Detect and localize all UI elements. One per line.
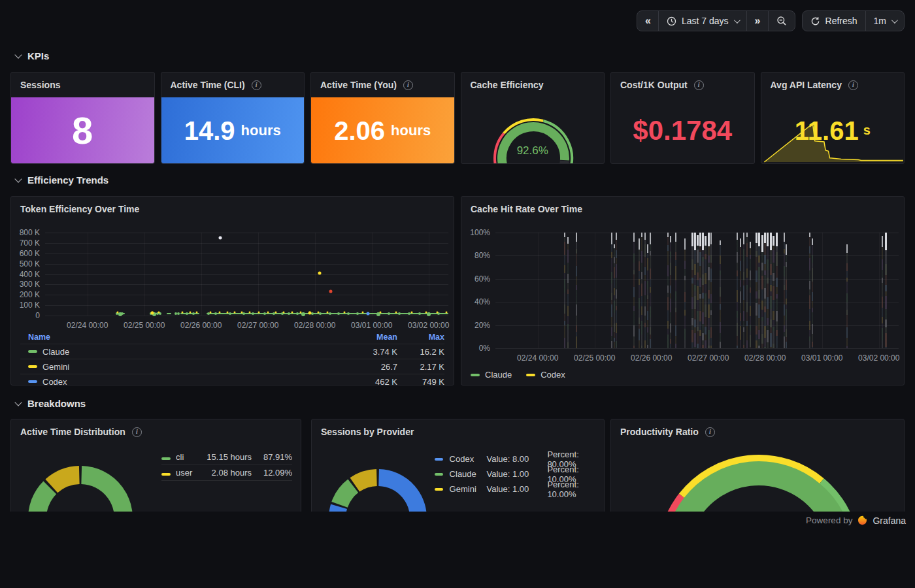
time-shift-forward-button[interactable]: » [746,11,768,31]
cache-hit-bar [776,233,778,348]
zoom-out-button[interactable] [768,11,795,31]
panel-title[interactable]: Token Efficiency Over Time [20,204,139,214]
donut-segment-Gemini [355,478,377,485]
section-header-breakdowns[interactable]: Breakdowns [16,398,86,409]
y-axis-tick-label: 40% [461,297,490,306]
plot-area [45,233,448,316]
grafana-brand-label[interactable]: Grafana [873,515,906,526]
panel-productivity-ratio: Productivity Ratio i [610,419,905,512]
stat-body: 14.9 hours [161,97,305,163]
cache-hit-bar [767,233,769,348]
legend-series-label[interactable]: Claude [471,370,512,380]
latency-value: 11.61 [795,118,859,144]
gemini-point [150,312,154,315]
x-axis-tick-label: 02/25 00:00 [574,353,615,363]
gemini-point [218,312,220,314]
donut-segment-Claude [340,486,354,504]
claude-point [214,312,217,315]
legend-series-name[interactable]: Gemini [42,362,69,372]
y-axis-tick-label: 700 K [11,238,40,248]
panel-title[interactable]: Active Time (You) [320,80,397,90]
legend-swatch-icon [526,374,535,376]
time-shift-back-button[interactable]: « [637,11,658,31]
legend-series-name[interactable]: Claude [450,469,480,479]
legend-header-name: Name [28,333,335,342]
gridline [538,233,539,348]
section-header-trends[interactable]: Efficiency Trends [16,174,108,186]
legend-percent: 87.91% [252,452,292,462]
section-title: Breakdowns [27,398,86,409]
panel-title[interactable]: Active Time (CLI) [171,80,245,90]
gemini-point [226,312,228,314]
time-range-label: Last 7 days [682,16,729,26]
panel-title[interactable]: Active Time Distribution [20,427,125,437]
legend-row: cli15.15 hours87.91% [161,449,292,465]
panel-title[interactable]: Sessions [20,80,60,90]
panel-header: Cost/1K Output i [611,73,754,97]
claude-point [186,312,188,315]
panel-title[interactable]: Cache Efficiency [471,80,544,90]
info-icon[interactable]: i [403,80,413,90]
gridline [45,274,448,275]
chevron-down-icon [891,17,898,24]
refresh-button[interactable]: Refresh [803,11,865,31]
cache-hit-bar [647,244,648,348]
time-range-picker[interactable]: Last 7 days [658,11,746,31]
time-picker-group: « Last 7 days » [637,10,795,31]
legend-row: Gemini26.72.17 K [20,359,444,374]
legend-series-name[interactable]: Codex [42,377,67,386]
cache-hit-bar [770,233,772,348]
gemini-point [436,312,438,314]
panel-title[interactable]: Productivity Ratio [620,427,699,437]
info-icon[interactable]: i [132,427,142,437]
legend-series-name[interactable]: user [176,468,203,478]
legend-series-name[interactable]: Gemini [450,484,480,494]
outlier-point [318,271,321,274]
legend-series-name[interactable]: Codex [541,370,565,380]
gemini-point [181,312,183,314]
cache-hit-bar [684,238,686,348]
legend-series-label[interactable]: Claude [28,347,335,357]
panel-header: Active Time (CLI) i [161,73,305,97]
gemini-point [411,312,413,314]
legend-series-name[interactable]: Claude [42,347,69,357]
cache-hit-bar [710,233,712,348]
cache-hit-bar [576,233,577,348]
x-axis-tick-label: 02/26 00:00 [631,353,672,363]
claude-point [388,312,390,315]
panel-cache-efficiency: Cache Efficiency 92.6% [461,72,605,164]
cache-hit-bar [758,233,760,348]
y-axis-tick-label: 80% [461,251,490,260]
gemini-point [158,312,159,314]
x-axis-tick-label: 02/24 00:00 [67,321,108,330]
refresh-interval-dropdown[interactable]: 1m [865,11,904,31]
info-icon[interactable]: i [252,80,261,90]
cache-hit-bar [764,233,766,348]
legend-series-label[interactable]: Codex [526,370,565,380]
cache-hit-bar [702,233,704,348]
gridline [45,253,448,254]
legend-value: 15.15 hours [203,452,252,462]
section-header-kpis[interactable]: KPIs [16,50,49,61]
info-icon[interactable]: i [705,427,715,437]
stat-body: 8 [11,97,154,163]
info-icon[interactable]: i [848,80,858,90]
panel-header: Cache Hit Rate Over Time [461,197,904,221]
info-icon[interactable]: i [694,80,704,90]
panel-header: Active Time (You) i [311,73,454,97]
legend-series-name[interactable]: Codex [450,454,480,464]
legend-series-label[interactable]: Gemini [28,362,335,372]
gemini-point [362,312,364,314]
legend-swatch-cell [161,452,176,462]
panel-title[interactable]: Sessions by Provider [321,427,414,437]
gemini-point [233,312,235,314]
chevron-down-icon [734,17,740,24]
cache-hit-bar [611,233,612,348]
legend-series-name[interactable]: cli [176,452,203,462]
legend-series-name[interactable]: Claude [485,370,512,380]
panel-title[interactable]: Cache Hit Rate Over Time [471,204,582,214]
gridline [45,295,448,295]
panel-title[interactable]: Avg API Latency [771,80,842,90]
panel-title[interactable]: Cost/1K Output [620,80,688,90]
legend-series-label[interactable]: Codex [28,377,335,386]
